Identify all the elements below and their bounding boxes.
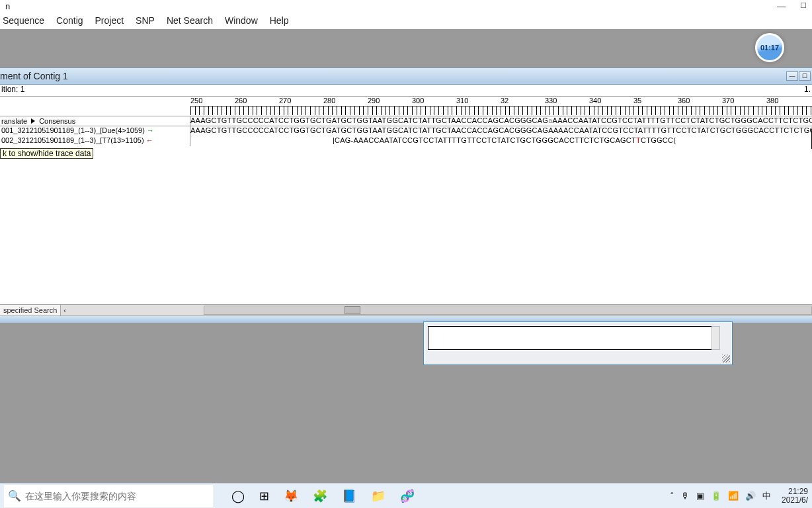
- contig-maximize-icon[interactable]: ☐: [799, 71, 811, 81]
- contig-window-title: ment of Contig 1: [0, 71, 68, 81]
- tooltip: k to show/hide trace data: [0, 148, 93, 159]
- read2-label[interactable]: 002_32121051901189_(1--3)_[T7(13>1105): [1, 136, 144, 144]
- tray-clock[interactable]: 21:29 2021/6/: [782, 487, 808, 505]
- read2-sequence[interactable]: |CAG-AAACCAATATCCGTCCTATTTTGTTCCTCTATCTG…: [190, 136, 812, 146]
- tray-overflow-icon[interactable]: ˄: [670, 491, 674, 501]
- resize-grip-icon[interactable]: [722, 355, 730, 362]
- ruler-tick: 280: [323, 97, 335, 105]
- tray-volume-icon[interactable]: 🔊: [745, 491, 756, 501]
- menu-help[interactable]: Help: [270, 15, 289, 26]
- contig-window-titlebar[interactable]: ment of Contig 1 ― ☐: [0, 67, 812, 85]
- ruler-tick: 250: [190, 97, 202, 105]
- app-icon[interactable]: 🧩: [313, 489, 327, 503]
- menu-snp[interactable]: SNP: [136, 15, 155, 26]
- menubar: Sequence Contig Project SNP Net Search W…: [0, 12, 812, 29]
- read1-sequence[interactable]: AAAGCTGTTGCCCCCATCCTGGTGCTGATGCTGGTAATGG…: [190, 126, 812, 136]
- cortana-icon[interactable]: ◯: [231, 489, 245, 503]
- tray-mic-icon[interactable]: 🎙: [681, 491, 690, 501]
- tray-app-icon[interactable]: ▣: [696, 491, 704, 501]
- ruler-tick: 380: [766, 97, 778, 105]
- scroll-left-icon[interactable]: ‹: [61, 306, 69, 314]
- sequencher-app-icon[interactable]: 🧬: [400, 489, 415, 503]
- ruler-tick: 290: [368, 97, 380, 105]
- consensus-row: ranslate Consensus AAAGCTGTTGCCCCCATCCTG…: [0, 116, 812, 126]
- horizontal-scrollbar[interactable]: [204, 306, 812, 315]
- app-title-fragment: n: [5, 1, 10, 11]
- empty-sequence-area[interactable]: [0, 164, 812, 304]
- panel-scrollbar[interactable]: [711, 326, 720, 350]
- ruler-tick: 260: [235, 97, 247, 105]
- ruler-tick: 370: [722, 97, 734, 105]
- bottom-tab-strip: specified Search ‹: [0, 304, 812, 316]
- ruler-tick: 300: [412, 97, 424, 105]
- read-row-1[interactable]: 001_32121051901189_(1--3)_[Due(4>1059) →…: [0, 126, 812, 136]
- notepad-icon[interactable]: 📘: [342, 489, 356, 503]
- menu-project[interactable]: Project: [95, 15, 124, 26]
- ruler-tick: 35: [633, 97, 641, 105]
- consensus-sequence[interactable]: AAAGCTGTTGCCCCCATCCTGGTGCTGATGCTGGTAATGG…: [190, 116, 812, 126]
- contig-minimize-icon[interactable]: ―: [786, 71, 798, 81]
- reverse-arrow-icon: ←: [146, 136, 153, 144]
- menu-window[interactable]: Window: [225, 15, 258, 26]
- forward-arrow-icon: →: [147, 126, 154, 134]
- timer-badge[interactable]: 01:17: [755, 33, 784, 62]
- play-icon[interactable]: [31, 118, 35, 124]
- task-view-icon[interactable]: ⊞: [259, 489, 269, 503]
- floating-text-field[interactable]: [428, 326, 713, 350]
- ruler-tick: 310: [456, 97, 468, 105]
- menu-netsearch[interactable]: Net Search: [167, 15, 213, 26]
- ruler-tick: 340: [589, 97, 601, 105]
- file-explorer-icon[interactable]: 📁: [371, 489, 386, 503]
- windows-taskbar: 🔍 ◯ ⊞ 🦊 🧩 📘 📁 🧬 ˄ 🎙 ▣ 🔋 📶 🔊 中 21:29 2021…: [0, 483, 812, 508]
- floating-panel[interactable]: [423, 321, 733, 365]
- search-icon: 🔍: [8, 489, 21, 502]
- position-right: 1.: [804, 85, 811, 96]
- toolbar: 01:17: [0, 29, 812, 67]
- menu-sequence[interactable]: Sequence: [3, 15, 44, 26]
- search-tab[interactable]: specified Search: [0, 305, 61, 316]
- tray-ime[interactable]: 中: [762, 490, 771, 502]
- ruler-tick: 270: [279, 97, 291, 105]
- ruler-tick: 360: [678, 97, 690, 105]
- translate-toggle[interactable]: ranslate: [1, 117, 27, 125]
- tray-battery-icon[interactable]: 🔋: [711, 491, 721, 501]
- minimize-button[interactable]: ―: [777, 1, 786, 11]
- read1-label[interactable]: 001_32121051901189_(1--3)_[Due(4>1059): [1, 126, 145, 134]
- ruler-tick: 32: [501, 97, 508, 105]
- menu-contig[interactable]: Contig: [56, 15, 83, 26]
- firefox-icon[interactable]: 🦊: [284, 489, 298, 503]
- ruler-tick: 330: [545, 97, 557, 105]
- position-label: ition: 1: [1, 85, 24, 96]
- search-input[interactable]: [25, 491, 214, 501]
- consensus-label: Consensus: [39, 117, 75, 125]
- read-row-2[interactable]: 002_32121051901189_(1--3)_[T7(13>1105) ←…: [0, 136, 812, 146]
- tray-wifi-icon[interactable]: 📶: [728, 491, 739, 501]
- ruler: 250 260 270 280 290 300 310 32 330 340 3…: [0, 97, 812, 116]
- maximize-button[interactable]: ☐: [800, 1, 807, 11]
- taskbar-search[interactable]: 🔍: [4, 485, 214, 507]
